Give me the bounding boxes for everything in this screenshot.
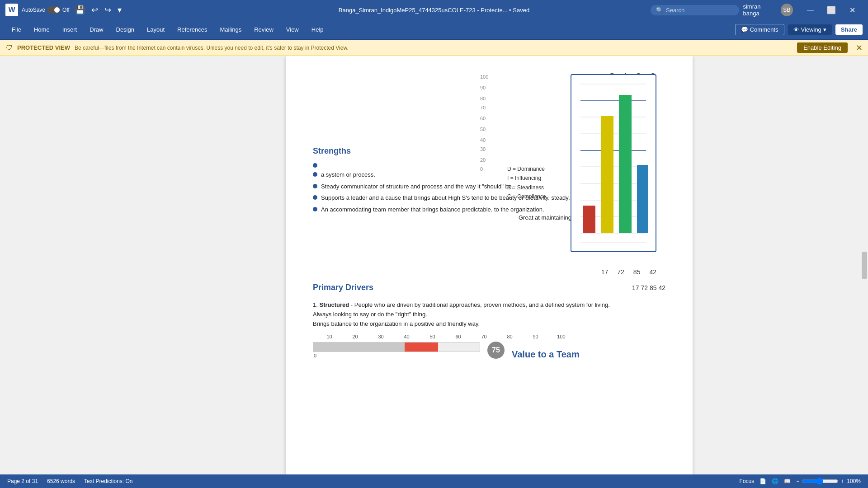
tab-help[interactable]: Help (305, 23, 330, 37)
tab-home[interactable]: Home (28, 23, 56, 37)
zoom-slider[interactable] (802, 478, 838, 485)
tab-references[interactable]: References (171, 23, 213, 37)
progress-gray (313, 343, 405, 352)
save-icon[interactable]: 💾 (73, 4, 87, 16)
autosave-label: AutoSave (22, 7, 45, 13)
layout-icon-read[interactable]: 📖 (784, 478, 791, 484)
y-label-40: 40 (480, 137, 488, 143)
drivers-line3: Brings balance to the organization in a … (313, 320, 480, 327)
right-sidebar (861, 56, 868, 474)
tab-draw[interactable]: Draw (83, 23, 109, 37)
autosave-toggle[interactable] (47, 6, 61, 14)
bar-chart (576, 80, 648, 247)
viewing-button[interactable]: 👁 Viewing ▾ (788, 24, 832, 35)
zoom-out-button[interactable]: − (796, 478, 799, 484)
eye-icon: 👁 (793, 26, 799, 33)
scale-100: 100 (548, 334, 574, 339)
viewing-label: Viewing (801, 26, 821, 33)
chart-legend: D = Dominance I = Influencing S = Steadi… (507, 164, 546, 202)
status-bar: Page 2 of 31 6526 words Text Predictions… (0, 474, 868, 488)
close-button[interactable]: ✕ (842, 0, 863, 20)
search-icon: 🔍 (656, 7, 663, 14)
progress-badge: 75 (487, 342, 505, 359)
legend-s: S = Steadiness (507, 183, 546, 192)
primary-drivers-scores: 17 72 85 42 (632, 284, 665, 291)
main-area: 100 90 80 70 60 50 40 30 20 0 D I (0, 56, 868, 474)
search-box[interactable]: 🔍 (651, 5, 739, 15)
search-input[interactable] (666, 7, 729, 14)
undo-icon[interactable]: ↩ (90, 4, 100, 16)
close-protected-bar-button[interactable]: ✕ (856, 43, 863, 53)
comments-label: Comments (750, 26, 778, 33)
bar-s (619, 95, 632, 233)
layout-icon-print[interactable]: 📄 (760, 478, 766, 484)
tab-design[interactable]: Design (110, 23, 141, 37)
bullet-dot (313, 207, 317, 211)
page-info: Page 2 of 31 (7, 478, 38, 484)
progress-bar-row: 0 75 Value to a Team (313, 340, 665, 360)
y-axis-labels: 100 90 80 70 60 50 40 30 20 0 (480, 74, 488, 172)
layout-icon-web[interactable]: 🌐 (772, 478, 778, 484)
minimize-button[interactable]: — (800, 0, 821, 20)
bar-d (583, 206, 595, 233)
legend-c: C = Compliance (507, 192, 546, 201)
disc-scores-row: 17 72 85 42 (313, 268, 656, 276)
y-label-0: 0 (480, 166, 488, 172)
y-label-90: 90 (480, 85, 488, 90)
tab-file[interactable]: File (5, 23, 28, 37)
shield-icon: 🛡 (5, 44, 13, 52)
scroll-handle[interactable] (862, 252, 867, 279)
zoom-control: − + 100% (796, 478, 861, 485)
protected-label: PROTECTED VIEW (17, 44, 70, 51)
item-desc-text: - People who are driven by traditional a… (351, 301, 610, 308)
strength-text-5: An accommodating team member that brings… (321, 205, 544, 214)
bullet-dot (313, 195, 317, 200)
enable-editing-button[interactable]: Enable Editing (797, 42, 848, 53)
tab-review[interactable]: Review (248, 23, 280, 37)
comments-icon: 💬 (741, 26, 748, 33)
title-bar: W AutoSave Off 💾 ↩ ↪ ▾ Banga_Simran_Indi… (0, 0, 868, 20)
zoom-in-button[interactable]: + (841, 478, 844, 484)
strength-text-2: a system or process. (321, 170, 375, 179)
word-icon: W (5, 4, 18, 16)
scale-30: 30 (368, 334, 394, 339)
tab-view[interactable]: View (280, 23, 305, 37)
tab-insert[interactable]: Insert (56, 23, 84, 37)
more-icon[interactable]: ▾ (116, 4, 123, 16)
window-controls: — ⬜ ✕ (800, 0, 863, 20)
tab-mailings[interactable]: Mailings (214, 23, 248, 37)
y-label-60: 60 (480, 116, 488, 121)
progress-bar-col: 0 (313, 342, 480, 358)
ribbon-tabs: File Home Insert Draw Design Layout Refe… (5, 23, 330, 37)
bar-chart-container (571, 74, 656, 252)
legend-i: I = Influencing (507, 174, 546, 183)
scale-70: 70 (471, 334, 497, 339)
scale-80: 80 (497, 334, 523, 339)
scale-90: 90 (523, 334, 548, 339)
comments-button[interactable]: 💬 Comments (735, 24, 784, 35)
scale-60: 60 (445, 334, 471, 339)
ribbon: File Home Insert Draw Design Layout Refe… (0, 20, 868, 40)
left-margin (0, 56, 118, 474)
progress-start: 0 (313, 353, 480, 358)
avatar: SB (781, 4, 793, 16)
score-c: 42 (649, 268, 656, 276)
tab-layout[interactable]: Layout (141, 23, 171, 37)
maximize-button[interactable]: ⬜ (821, 0, 842, 20)
focus-button[interactable]: Focus (740, 478, 755, 484)
redo-icon[interactable]: ↪ (103, 4, 113, 16)
title-bar-left: W AutoSave Off 💾 ↩ ↪ ▾ (5, 4, 217, 16)
text-predictions: Text Predictions: On (84, 478, 132, 484)
bar-c (637, 165, 648, 233)
zoom-level: 100% (847, 478, 861, 484)
bullet-dot (313, 184, 317, 188)
scale-40: 40 (394, 334, 420, 339)
scale-20: 20 (342, 334, 368, 339)
share-button[interactable]: Share (835, 24, 863, 35)
progress-section: 10 20 30 40 50 60 70 80 90 100 (313, 334, 665, 360)
ribbon-right: 💬 Comments 👁 Viewing ▾ Share (735, 24, 863, 35)
value-to-team-title: Value to a Team (512, 349, 580, 360)
protected-message: Be careful—files from the Internet can c… (75, 45, 793, 51)
document-title: Banga_Simran_IndigoMeP25_4744325usCOLE-7… (222, 7, 646, 14)
title-bar-right: 🔍 simran banga SB — ⬜ ✕ (651, 0, 863, 20)
